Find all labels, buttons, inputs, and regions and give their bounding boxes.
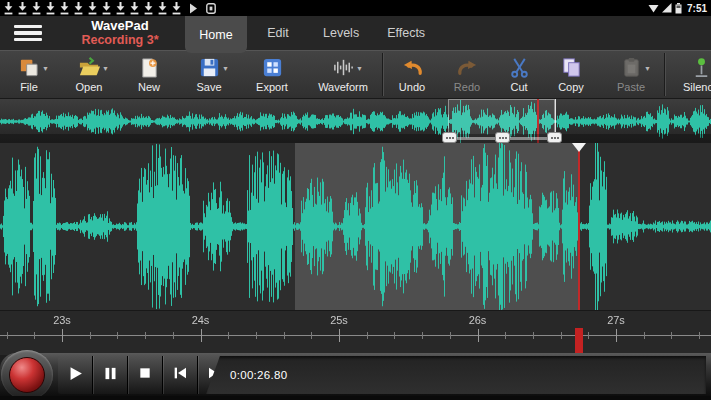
chevron-down-icon[interactable]: ▼ [42, 65, 49, 72]
sd-card-icon [206, 3, 216, 14]
silence-icon [689, 55, 711, 79]
tab-home[interactable]: Home [185, 16, 247, 53]
tab-edit[interactable]: Edit [247, 16, 309, 50]
minor-tick [505, 332, 506, 339]
toolbar-button-label: Save [196, 81, 221, 93]
timeline-label: 26s [469, 314, 487, 326]
minor-tick [367, 332, 368, 339]
wifi-icon [648, 3, 659, 13]
open-button[interactable]: ▼Open [58, 51, 120, 98]
status-bar: 7:51 [0, 0, 711, 16]
stop-button[interactable] [128, 356, 163, 394]
undo-icon [400, 55, 424, 79]
export-icon [260, 55, 284, 79]
toolbar-button-label: Undo [399, 81, 425, 93]
minor-tick [34, 332, 35, 339]
status-clock: 7:51 [687, 3, 707, 14]
main-waveform-canvas[interactable] [0, 143, 711, 310]
download-icon [60, 2, 69, 15]
overview-waveform-strip[interactable] [0, 98, 711, 143]
selection-handle[interactable] [547, 132, 562, 143]
main-waveform-view[interactable] [0, 143, 711, 310]
play-notification-icon [189, 3, 198, 14]
download-icon [18, 2, 27, 15]
bottom-edge [0, 396, 711, 400]
cut-icon [507, 55, 531, 79]
toolbar-button-label: Export [256, 81, 288, 93]
transport-bar: 0:00:26.80 [0, 353, 711, 397]
toolbar-button-label: Cut [510, 81, 527, 93]
toolbar-button-label: File [20, 81, 38, 93]
playback-time-display: 0:00:26.80 [230, 369, 287, 381]
tab-effects[interactable]: Effects [373, 16, 439, 50]
stop-icon [138, 366, 152, 384]
chevron-down-icon[interactable]: ▼ [102, 65, 109, 72]
minor-tick [644, 332, 645, 339]
selection-handle[interactable] [495, 132, 510, 143]
minor-tick [117, 332, 118, 339]
app-title: WavePad [60, 18, 180, 33]
notification-icons [4, 0, 216, 16]
new-button[interactable]: New [120, 51, 178, 98]
chevron-down-icon[interactable]: ▼ [644, 65, 651, 72]
minor-tick [588, 332, 589, 339]
minor-tick [394, 332, 395, 339]
file-icon [17, 55, 41, 79]
skip-start-icon [172, 365, 188, 385]
app-header: WavePad Recording 3* HomeEditLevelsEffec… [0, 16, 711, 50]
copy-icon [559, 55, 583, 79]
download-icon [4, 2, 13, 15]
file-button[interactable]: ▼File [0, 51, 58, 98]
minor-tick [90, 332, 91, 339]
toolbar-button-label: Silence [683, 81, 711, 93]
download-icon [88, 2, 97, 15]
ribbon-tabs: HomeEditLevelsEffects [185, 16, 439, 50]
undo-button[interactable]: Undo [384, 51, 440, 98]
play-button[interactable] [58, 356, 93, 394]
record-button[interactable] [9, 357, 45, 393]
save-icon [197, 55, 221, 79]
playhead-line[interactable] [578, 143, 580, 310]
chevron-down-icon[interactable]: ▼ [222, 65, 229, 72]
waveform-icon [331, 55, 355, 79]
save-button[interactable]: ▼Save [178, 51, 240, 98]
copy-button[interactable]: Copy [544, 51, 598, 98]
status-indicators: 7:51 [648, 0, 707, 16]
minor-tick [311, 332, 312, 339]
chevron-down-icon[interactable]: ▼ [356, 65, 363, 72]
silence-button[interactable]: Silence [666, 51, 711, 98]
play-icon [67, 365, 84, 386]
minor-tick [671, 332, 672, 339]
export-button[interactable]: Export [240, 51, 304, 98]
timeline-label: 23s [53, 314, 71, 326]
cut-button[interactable]: Cut [494, 51, 544, 98]
waveform-button[interactable]: ▼Waveform [304, 51, 382, 98]
timeline-label: 25s [330, 314, 348, 326]
redo-icon [455, 55, 479, 79]
ruler-baseline [0, 335, 711, 336]
major-tick [201, 329, 202, 342]
menu-icon[interactable] [14, 23, 44, 43]
wavepad-app-window: 7:51 WavePad Recording 3* HomeEditLevels… [0, 0, 711, 400]
playback-controls [58, 356, 233, 394]
skip-start-button[interactable] [163, 356, 198, 394]
toolbar: ▼File▼OpenNew▼SaveExport▼WaveformUndoRed… [0, 50, 711, 98]
pause-icon [103, 366, 118, 385]
toolbar-button-label: New [138, 81, 160, 93]
download-icon [32, 2, 41, 15]
playhead-handle-icon[interactable] [572, 143, 586, 152]
timeline-label: 27s [607, 314, 625, 326]
minor-tick [7, 332, 8, 339]
minor-tick [145, 332, 146, 339]
timeline-playhead-marker[interactable] [575, 328, 583, 356]
battery-icon [675, 3, 682, 14]
pause-button[interactable] [93, 356, 128, 394]
download-icon [158, 2, 167, 15]
selection-handle[interactable] [442, 132, 457, 143]
download-icon [130, 2, 139, 15]
redo-button: Redo [440, 51, 494, 98]
major-tick [616, 329, 617, 342]
minor-tick [561, 332, 562, 339]
tab-levels[interactable]: Levels [309, 16, 373, 50]
timeline-ruler[interactable]: 23s24s25s26s27s [0, 310, 711, 355]
